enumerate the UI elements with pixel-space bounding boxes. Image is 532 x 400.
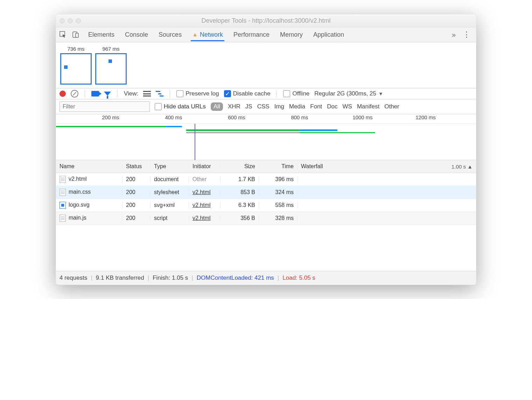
request-status: 200 (122, 176, 150, 183)
file-icon (59, 176, 66, 183)
table-row[interactable]: v2.html200documentOther1.7 KB396 ms (56, 173, 476, 186)
preserve-log-toggle[interactable]: Preserve log (176, 90, 219, 97)
filmstrip-frame[interactable]: 967 ms (95, 46, 127, 85)
filter-type-img[interactable]: Img (274, 103, 284, 110)
sort-asc-icon: ▲ (467, 164, 472, 170)
request-size: 356 B (220, 215, 259, 221)
request-name: v2.html (69, 176, 87, 182)
settings-kebab-icon[interactable]: ⋮ (459, 30, 474, 39)
filmstrip-frame[interactable]: 736 ms (60, 46, 92, 85)
request-time: 324 ms (259, 189, 298, 195)
filter-type-js[interactable]: JS (245, 103, 252, 110)
status-dcl: DOMContentLoaded: 421 ms (197, 274, 274, 281)
request-name: main.js (69, 215, 86, 221)
separator (276, 90, 277, 98)
file-icon (59, 189, 66, 196)
separator: | (148, 274, 149, 281)
status-requests: 4 requests (59, 274, 87, 281)
table-row[interactable]: main.js200scriptv2.html356 B328 ms (56, 212, 476, 225)
dropdown-icon: ▼ (378, 91, 383, 97)
tab-memory[interactable]: Memory (279, 28, 304, 41)
checkbox-icon (155, 103, 162, 110)
filter-type-ws[interactable]: WS (343, 103, 352, 110)
throttling-select[interactable]: Regular 2G (300ms, 25 ▼ (314, 90, 383, 97)
request-initiator[interactable]: v2.html (192, 215, 211, 221)
filter-type-other[interactable]: Other (384, 103, 399, 110)
tick-label: 400 ms (165, 114, 182, 120)
separator: | (278, 274, 279, 281)
tab-performance[interactable]: Performance (232, 28, 271, 41)
col-initiator[interactable]: Initiator (189, 163, 220, 170)
request-type: stylesheet (150, 189, 189, 195)
col-name[interactable]: Name (56, 163, 122, 170)
request-time: 328 ms (259, 215, 298, 221)
request-name: main.css (69, 189, 91, 195)
tab-elements[interactable]: Elements (87, 28, 116, 41)
disable-cache-label: Disable cache (233, 90, 271, 97)
filter-type-media[interactable]: Media (289, 103, 305, 110)
col-time[interactable]: Time (259, 163, 298, 170)
checkbox-checked-icon: ✓ (224, 90, 231, 97)
col-status[interactable]: Status (122, 163, 150, 170)
filter-toggle-icon[interactable] (104, 92, 111, 96)
view-waterfall-icon[interactable] (156, 91, 163, 97)
hide-data-urls-label: Hide data URLs (164, 103, 206, 110)
overview-bar (165, 126, 182, 127)
screenshot-toggle-icon[interactable] (91, 91, 99, 97)
separator: | (91, 274, 92, 281)
tab-network-label: Network (200, 31, 223, 38)
separator (117, 90, 118, 98)
more-tabs-icon[interactable]: » (448, 31, 459, 39)
tick-label: 800 ms (291, 114, 308, 120)
offline-label: Offline (292, 90, 309, 97)
filter-type-all[interactable]: All (211, 102, 223, 111)
frame-time: 736 ms (67, 46, 84, 52)
request-time: 396 ms (259, 176, 298, 183)
request-type: script (150, 215, 189, 221)
request-status: 200 (122, 202, 150, 208)
tab-sources[interactable]: Sources (157, 28, 183, 41)
tab-application[interactable]: Application (312, 28, 345, 41)
checkbox-icon (176, 90, 183, 97)
request-initiator[interactable]: v2.html (192, 202, 211, 208)
device-toggle-icon[interactable] (71, 30, 80, 40)
inspect-element-icon[interactable] (58, 30, 68, 40)
separator: | (191, 274, 193, 281)
table-row[interactable]: main.css200stylesheetv2.html853 B324 ms (56, 186, 476, 199)
filter-type-xhr[interactable]: XHR (228, 103, 240, 110)
tab-console[interactable]: Console (124, 28, 149, 41)
overview-ruler: 200 ms 400 ms 600 ms 800 ms 1000 ms 1200… (56, 114, 476, 124)
filter-input[interactable] (59, 101, 150, 112)
overview-bar (56, 126, 165, 127)
filter-type-font[interactable]: Font (310, 103, 322, 110)
request-initiator[interactable]: v2.html (192, 189, 211, 195)
file-icon (59, 215, 66, 222)
panel-tabbar: Elements Console Sources ▲ Network Perfo… (56, 27, 476, 42)
timeline-overview[interactable]: 200 ms 400 ms 600 ms 800 ms 1000 ms 1200… (56, 114, 476, 160)
overview-bar (300, 132, 375, 133)
filmstrip: 736 ms 967 ms (56, 42, 476, 88)
throttling-value: Regular 2G (300ms, 25 (314, 90, 376, 97)
table-row[interactable]: logo.svg200svg+xmlv2.html6.3 KB558 ms (56, 199, 476, 212)
tick-label: 600 ms (228, 114, 245, 120)
col-waterfall[interactable]: Waterfall 1.00 s ▲ (298, 163, 476, 170)
col-size[interactable]: Size (220, 163, 259, 170)
disable-cache-toggle[interactable]: ✓ Disable cache (224, 90, 271, 97)
hide-data-urls-toggle[interactable]: Hide data URLs (155, 103, 206, 110)
file-icon (59, 202, 66, 209)
preserve-log-label: Preserve log (186, 90, 219, 97)
view-list-icon[interactable] (143, 91, 151, 97)
col-type[interactable]: Type (150, 163, 189, 170)
titlebar: Developer Tools - http://localhost:3000/… (56, 14, 476, 27)
record-button[interactable] (59, 91, 66, 97)
filter-type-doc[interactable]: Doc (327, 103, 337, 110)
offline-toggle[interactable]: Offline (283, 90, 309, 97)
clear-button[interactable] (71, 90, 78, 98)
filter-type-css[interactable]: CSS (257, 103, 270, 110)
separator (85, 90, 85, 98)
filter-type-manifest[interactable]: Manifest (357, 103, 379, 110)
window-title: Developer Tools - http://localhost:3000/… (56, 17, 476, 24)
separator (170, 90, 170, 98)
filter-bar: Hide data URLs All XHR JS CSS Img Media … (56, 99, 476, 114)
tab-network[interactable]: ▲ Network (191, 28, 224, 41)
